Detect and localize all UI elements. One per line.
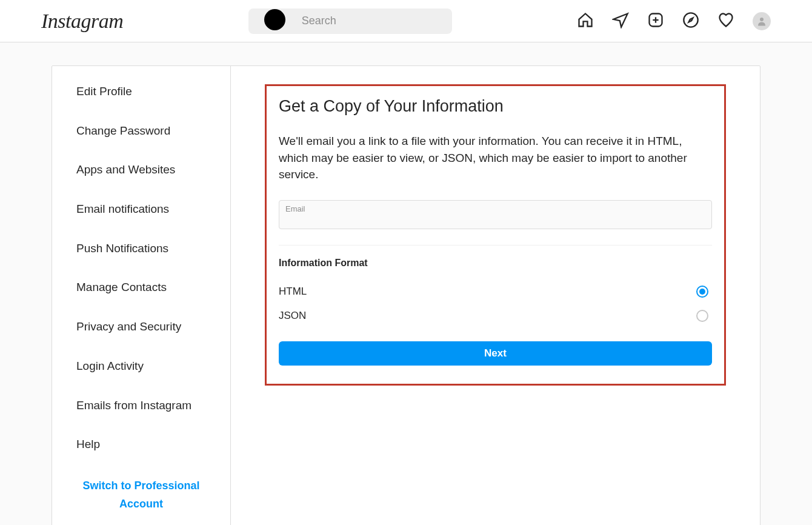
email-label: Email <box>285 204 305 213</box>
home-icon[interactable] <box>577 12 594 31</box>
svg-marker-6 <box>688 18 693 22</box>
radio-html[interactable] <box>696 286 708 298</box>
search-input[interactable] <box>302 15 442 27</box>
radio-json[interactable] <box>696 310 708 322</box>
switch-professional-link[interactable]: Switch to Professional Account <box>52 464 230 525</box>
settings-sidebar: Edit Profile Change Password Apps and We… <box>52 66 231 525</box>
nav-icons-group <box>577 12 771 31</box>
format-label-json: JSON <box>279 310 306 322</box>
instagram-logo[interactable]: Instagram <box>41 10 123 33</box>
create-post-icon[interactable] <box>647 12 664 31</box>
page-description: We'll email you a link to a file with yo… <box>279 133 712 183</box>
sidebar-item-login-activity[interactable]: Login Activity <box>52 347 230 386</box>
explore-icon[interactable] <box>682 12 699 31</box>
highlighted-region: Get a Copy of Your Information We'll ema… <box>265 84 726 386</box>
sidebar-item-push-notifications[interactable]: Push Notifications <box>52 229 230 269</box>
sidebar-item-change-password[interactable]: Change Password <box>52 112 230 151</box>
activity-icon[interactable] <box>717 12 734 31</box>
sidebar-item-help[interactable]: Help <box>52 425 230 464</box>
search-icon <box>258 3 295 39</box>
sidebar-item-apps-websites[interactable]: Apps and Websites <box>52 150 230 190</box>
sidebar-item-privacy-security[interactable]: Privacy and Security <box>52 307 230 347</box>
profile-avatar[interactable] <box>753 12 771 30</box>
svg-point-7 <box>760 18 764 21</box>
svg-line-1 <box>282 27 290 35</box>
format-option-html[interactable]: HTML <box>279 279 712 304</box>
svg-point-5 <box>684 13 697 27</box>
sidebar-item-emails-instagram[interactable]: Emails from Instagram <box>52 386 230 426</box>
email-field-container[interactable]: Email <box>279 200 712 229</box>
email-input[interactable] <box>285 203 705 229</box>
format-label-html: HTML <box>279 286 307 298</box>
sidebar-item-edit-profile[interactable]: Edit Profile <box>52 72 230 112</box>
settings-page: Edit Profile Change Password Apps and We… <box>52 65 760 525</box>
format-section: Information Format HTML JSON Next <box>279 245 712 366</box>
search-container[interactable] <box>248 8 452 34</box>
settings-content: Get a Copy of Your Information We'll ema… <box>231 66 760 525</box>
sidebar-item-manage-contacts[interactable]: Manage Contacts <box>52 268 230 307</box>
format-option-json[interactable]: JSON <box>279 304 712 328</box>
page-title: Get a Copy of Your Information <box>279 97 712 116</box>
next-button[interactable]: Next <box>279 341 712 366</box>
format-section-title: Information Format <box>279 258 712 269</box>
sidebar-item-email-notifications[interactable]: Email notifications <box>52 190 230 229</box>
svg-point-0 <box>264 9 285 30</box>
messages-icon[interactable] <box>612 12 629 31</box>
top-navigation-bar: Instagram <box>0 0 812 42</box>
